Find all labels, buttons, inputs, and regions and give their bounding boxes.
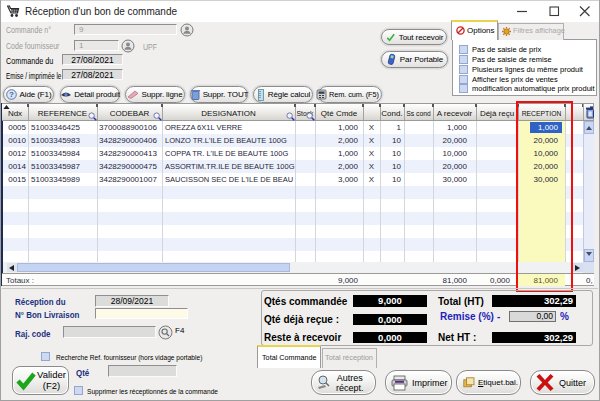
svg-text:?: ?	[9, 90, 14, 99]
